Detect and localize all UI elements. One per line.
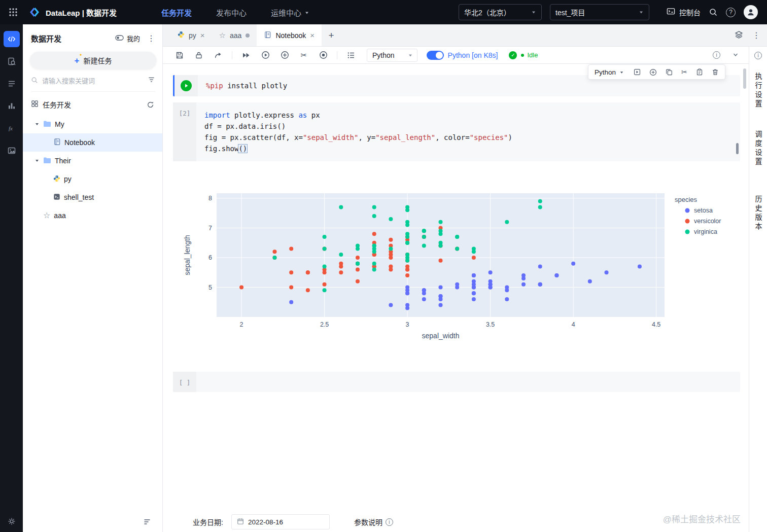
avatar[interactable] xyxy=(744,5,758,19)
more-options-icon[interactable]: ⋮ xyxy=(752,30,760,40)
svg-text:2.5: 2.5 xyxy=(320,321,329,328)
tab-history-versions[interactable]: 历史版本 xyxy=(753,195,763,232)
tab-py[interactable]: py × xyxy=(170,24,212,46)
main-scrollbar[interactable] xyxy=(743,68,746,89)
nav-ops-center-label: 运维中心 xyxy=(271,7,301,18)
apps-grid-icon[interactable] xyxy=(8,7,18,17)
project-select[interactable]: test_项目 xyxy=(550,4,649,20)
chevron-down-icon xyxy=(304,8,309,17)
svg-text:5: 5 xyxy=(208,284,212,291)
search-icon[interactable] xyxy=(709,8,718,17)
caret-down-icon[interactable] xyxy=(34,122,40,127)
close-icon[interactable]: × xyxy=(310,31,315,39)
region-select[interactable]: 华北2（北京） xyxy=(459,4,542,20)
tree-folder-my[interactable]: My xyxy=(23,115,162,133)
media-library-icon[interactable] xyxy=(4,143,20,159)
nav-ops-center[interactable]: 运维中心 xyxy=(271,7,309,18)
run-cell-icon[interactable] xyxy=(256,51,275,59)
tab-notebook[interactable]: Notebook × xyxy=(257,24,322,46)
divider xyxy=(232,51,232,59)
tree-item-notebook[interactable]: Notebook xyxy=(23,133,162,152)
code-dev-icon[interactable] xyxy=(4,31,20,47)
info-icon[interactable]: i xyxy=(713,51,720,59)
topbar: DataLeap | 数据开发 任务开发 发布中心 运维中心 华北2（北京） t… xyxy=(0,0,767,24)
outline-icon[interactable] xyxy=(341,51,361,59)
close-icon[interactable]: × xyxy=(200,31,205,39)
business-date-input[interactable] xyxy=(248,518,304,526)
paste-cell-icon[interactable] xyxy=(696,68,703,76)
layers-icon[interactable] xyxy=(735,30,743,41)
k8s-toggle[interactable] xyxy=(427,51,444,60)
tab-aaa[interactable]: ☆ aaa xyxy=(212,24,257,46)
tree-item-aaa[interactable]: ☆ aaa xyxy=(23,206,162,225)
tree-folder-their[interactable]: Their xyxy=(23,152,162,170)
svg-text:sepal_width: sepal_width xyxy=(422,332,460,340)
add-cell-icon[interactable] xyxy=(275,51,294,59)
cell-code-editor[interactable] xyxy=(196,372,740,392)
tab-label: aaa xyxy=(230,31,241,40)
right-settings-rail: i 执行设置 调度设置 历史版本 xyxy=(749,47,767,532)
kernel-select[interactable]: Python xyxy=(367,49,417,62)
cell-output: 22.533.544.55678sepal_widthsepal_lengths… xyxy=(173,179,741,348)
cell-code-editor[interactable]: import plotly.express as pxdf = px.data.… xyxy=(196,102,740,161)
tree-section-header: 任务开发 xyxy=(23,94,162,115)
new-task-button[interactable]: + 新建任务 xyxy=(30,52,156,69)
settings-gear-icon[interactable] xyxy=(7,517,16,526)
cell-floating-toolbar: Python ✂ xyxy=(588,64,725,80)
tree-item-shell-test[interactable]: shell_test xyxy=(23,188,162,206)
caret-down-icon[interactable] xyxy=(34,158,40,163)
submit-arrow-icon[interactable] xyxy=(208,51,228,59)
add-cell-icon[interactable] xyxy=(649,68,657,76)
save-icon[interactable] xyxy=(170,51,189,59)
refresh-icon[interactable] xyxy=(147,101,154,109)
nav-publish-center[interactable]: 发布中心 xyxy=(216,7,247,18)
lock-icon[interactable] xyxy=(189,51,208,59)
info-icon[interactable]: i xyxy=(754,52,762,59)
help-icon[interactable]: ? xyxy=(726,8,736,17)
chevron-down-icon[interactable] xyxy=(733,51,739,59)
mine-filter-toggle[interactable]: 我的 xyxy=(115,33,140,43)
product-title: DataLeap | 数据开发 xyxy=(46,7,117,18)
cell-scrollbar[interactable] xyxy=(736,143,739,154)
empty-code-cell[interactable]: [ ] xyxy=(173,372,740,392)
query-search-icon[interactable] xyxy=(4,53,20,69)
copy-cell-icon[interactable] xyxy=(666,68,673,76)
console-button[interactable]: 控制台 xyxy=(667,7,701,17)
cell-kernel-select[interactable]: Python xyxy=(595,68,624,76)
resource-bars-icon[interactable] xyxy=(4,98,20,114)
business-date-picker[interactable] xyxy=(231,514,330,529)
dataleap-logo-icon xyxy=(28,6,41,18)
tab-schedule-settings[interactable]: 调度设置 xyxy=(753,130,763,167)
tab-execution-settings[interactable]: 执行设置 xyxy=(753,73,763,109)
task-list-icon[interactable] xyxy=(4,76,20,92)
cut-cell-icon[interactable]: ✂ xyxy=(294,51,313,60)
run-all-icon[interactable] xyxy=(236,51,256,59)
collapse-list-icon[interactable] xyxy=(143,518,151,526)
calendar-icon xyxy=(237,518,244,526)
unsaved-dot xyxy=(246,33,250,38)
sidebar-more-icon[interactable]: ⋮ xyxy=(147,33,155,43)
code-cell-plot[interactable]: [2] import plotly.express as pxdf = px.d… xyxy=(173,102,740,161)
new-tab-button[interactable]: + xyxy=(322,24,341,46)
cut-cell-icon[interactable]: ✂ xyxy=(681,68,687,76)
divider xyxy=(337,51,337,59)
function-fx-icon[interactable]: fx xyxy=(4,120,20,136)
tree-label: shell_test xyxy=(64,193,94,201)
tree-item-py[interactable]: py xyxy=(23,170,162,188)
folder-icon xyxy=(43,157,51,165)
notebook-toolbar: ✂ Python Python [on K8s] ✓ Idle i xyxy=(163,47,767,64)
project-select-value: test_项目 xyxy=(555,7,585,17)
kernel-status: ✓ Idle xyxy=(509,51,538,59)
run-cell-button[interactable] xyxy=(181,80,192,91)
filter-icon[interactable] xyxy=(148,76,155,85)
svg-text:versicolor: versicolor xyxy=(694,218,721,225)
interrupt-kernel-icon[interactable] xyxy=(313,51,333,59)
nav-task-development[interactable]: 任务开发 xyxy=(161,7,192,18)
sidebar-title: 数据开发 xyxy=(31,33,61,44)
run-cell-icon[interactable] xyxy=(634,68,641,76)
execution-count: [2] xyxy=(179,110,191,161)
svg-text:2: 2 xyxy=(240,321,243,328)
params-help[interactable]: 参数说明 i xyxy=(354,517,393,527)
delete-cell-icon[interactable] xyxy=(712,68,719,76)
search-input[interactable] xyxy=(42,77,144,85)
